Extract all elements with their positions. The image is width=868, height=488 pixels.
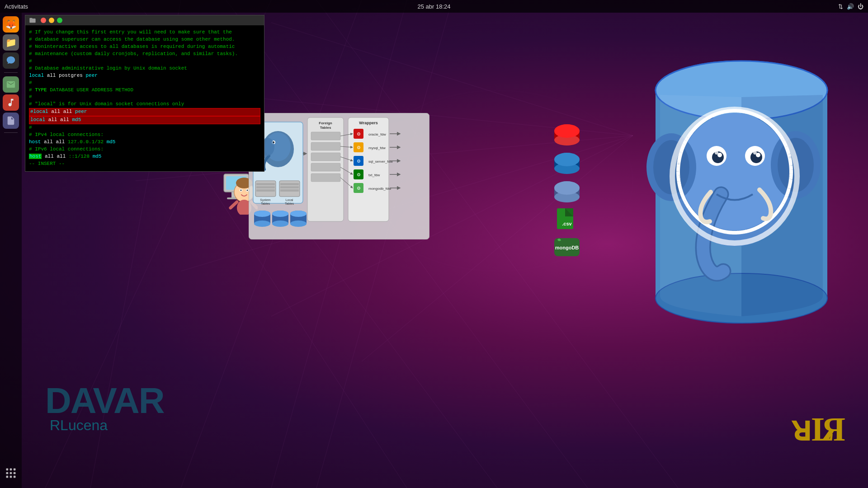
terminal-line-5: # <box>29 58 32 64</box>
csv-icon: .csv <box>552 206 582 231</box>
svg-text:ᴚL: ᴚL <box>791 410 834 445</box>
battery-icon: ⏻ <box>858 3 863 10</box>
terminal-line-19: -- INSERT -- <box>29 161 65 166</box>
terminal-line-6: # Database administrative login by Unix … <box>29 66 187 71</box>
terminal-maximize[interactable] <box>57 18 62 23</box>
svg-rect-51 <box>311 153 340 161</box>
svg-rect-25 <box>10 476 12 478</box>
network-icon: ⇅ <box>838 3 843 10</box>
svg-text:System: System <box>260 198 271 202</box>
svg-rect-52 <box>311 163 340 171</box>
terminal-line-7: local all postgres peer <box>29 73 98 78</box>
svg-text:mongoDB: mongoDB <box>555 245 579 250</box>
svg-text:sql_server_fdw: sql_server_fdw <box>368 160 393 164</box>
watermark: DAVAR RLucena <box>45 385 164 434</box>
svg-text:txt_fdw: txt_fdw <box>368 173 380 177</box>
dock: 🦊 📁 <box>0 13 22 488</box>
svg-text:Wrappers: Wrappers <box>359 121 377 125</box>
svg-point-120 <box>247 190 248 191</box>
dock-divider <box>4 72 18 73</box>
terminal-line-18: host all all ::1/128 md5 <box>29 154 101 159</box>
topbar-right: ⇅ 🔊 ⏻ <box>838 3 863 10</box>
svg-point-138 <box>753 151 757 155</box>
svg-point-88 <box>272 221 288 227</box>
svg-text:⚙: ⚙ <box>357 172 361 177</box>
svg-point-137 <box>715 151 718 155</box>
terminal-line-9: # TYPE DATABASE USER ADDRESS METHOD <box>29 87 133 93</box>
svg-text:⚙: ⚙ <box>357 131 361 136</box>
svg-rect-24 <box>6 476 9 478</box>
svg-point-101 <box>554 153 580 166</box>
svg-point-84 <box>254 221 270 227</box>
svg-rect-49 <box>311 132 340 140</box>
terminal-line-8: # <box>29 80 32 85</box>
svg-text:⚙: ⚙ <box>357 159 361 164</box>
datetime: 25 abr 18:24 <box>417 3 450 10</box>
terminal-highlight-2: local all all md5 <box>29 116 260 124</box>
mongodb-icon: mongoDB <box>552 235 582 260</box>
svg-point-92 <box>290 221 307 227</box>
svg-rect-19 <box>10 469 12 471</box>
vendor-icons-container: .csv mongoDB <box>552 121 582 260</box>
system-tray: ⇅ 🔊 ⏻ <box>838 3 863 10</box>
svg-rect-36 <box>256 186 275 188</box>
terminal-line-17: # IPv6 local connections: <box>29 146 104 152</box>
svg-rect-18 <box>6 469 9 471</box>
topbar: Activitats 25 abr 18:24 ⇅ 🔊 ⏻ <box>0 0 868 13</box>
svg-rect-26 <box>14 476 16 478</box>
mysql-icon <box>552 150 582 174</box>
terminal-line-11: # "local" is for Unix domain socket conn… <box>29 101 184 107</box>
terminal-line-4: # maintenance (custom daily cronjobs, re… <box>29 51 238 56</box>
dock-item-chat[interactable] <box>3 52 19 69</box>
terminal-close[interactable] <box>41 18 46 23</box>
svg-text:mongodb_fdw: mongodb_fdw <box>368 187 391 191</box>
dock-item-firefox[interactable]: 🦊 <box>3 16 19 33</box>
svg-rect-53 <box>311 174 340 182</box>
app-name: Activitats <box>5 3 28 10</box>
svg-point-105 <box>554 181 580 195</box>
terminal-highlight-1: #local all all peer <box>29 108 260 116</box>
terminal-line-3: # Noninteractive access to all databases… <box>29 44 235 49</box>
svg-rect-37 <box>256 189 275 192</box>
svg-text:mysql_fdw: mysql_fdw <box>368 146 386 150</box>
svg-rect-23 <box>14 472 16 474</box>
svg-rect-50 <box>311 142 340 150</box>
terminal-line-2: # database superuser can access the data… <box>29 37 235 42</box>
terminal-line-15: # IPv4 local connections: <box>29 132 104 137</box>
terminal-body[interactable]: # If you change this first entry you wil… <box>25 25 264 171</box>
svg-point-97 <box>554 124 580 138</box>
svg-text:.csv: .csv <box>562 221 572 226</box>
svg-text:Tables: Tables <box>285 202 294 205</box>
terminal-line-14: # <box>29 125 32 130</box>
rl-logo: R ᴚL <box>791 409 845 452</box>
svg-rect-35 <box>256 183 275 185</box>
dock-item-text[interactable] <box>3 113 19 129</box>
svg-point-119 <box>241 190 242 191</box>
svg-point-85 <box>254 211 270 217</box>
terminal-line-1: # If you change this first entry you wil… <box>29 29 232 35</box>
svg-point-89 <box>272 211 288 217</box>
svg-text:⚙: ⚙ <box>357 145 361 150</box>
terminal-window: # If you change this first entry you wil… <box>25 15 264 172</box>
svg-text:Local: Local <box>286 198 293 202</box>
dock-item-music[interactable] <box>3 94 19 111</box>
terminal-titlebar <box>25 15 264 25</box>
svg-rect-21 <box>6 472 9 474</box>
svg-text:Tables: Tables <box>261 202 270 205</box>
svg-rect-42 <box>280 186 299 188</box>
svg-text:Foreign: Foreign <box>319 121 332 125</box>
dock-item-mail[interactable] <box>3 76 19 93</box>
dock-item-files[interactable]: 📁 <box>3 34 19 51</box>
svg-point-93 <box>290 211 307 217</box>
oracle-icon <box>552 121 582 146</box>
svg-rect-41 <box>280 183 299 185</box>
fdw-diagram-svg: System Tables Local Tables Foreign Table… <box>249 113 429 239</box>
svg-text:Tables: Tables <box>320 126 331 130</box>
sqlserver-icon <box>552 178 582 203</box>
app-grid-button[interactable] <box>3 465 19 481</box>
svg-rect-43 <box>280 189 299 192</box>
terminal-minimize[interactable] <box>49 18 54 23</box>
svg-rect-22 <box>10 472 12 474</box>
watermark-text: DAVAR <box>45 385 164 417</box>
svg-text:oracle_fdw: oracle_fdw <box>368 132 386 136</box>
